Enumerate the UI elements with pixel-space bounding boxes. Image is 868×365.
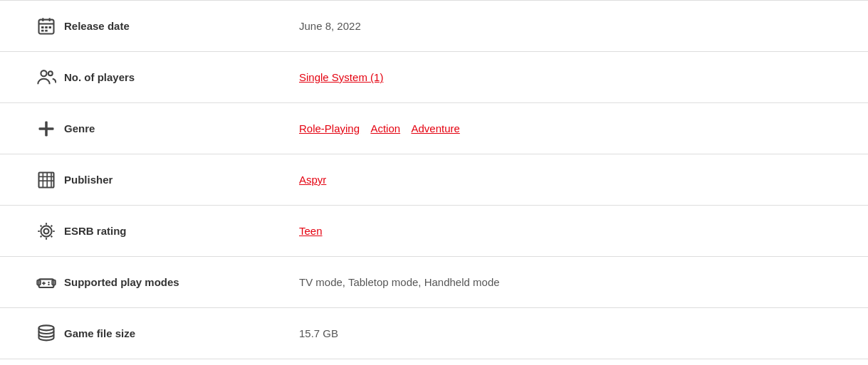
row-num-players: No. of players Single System (1) xyxy=(0,51,868,102)
row-file-size: Game file size 15.7 GB xyxy=(0,307,868,359)
database-icon xyxy=(28,324,64,344)
svg-point-19 xyxy=(44,228,49,233)
esrb-label: ESRB rating xyxy=(64,225,299,237)
svg-rect-8 xyxy=(45,29,48,31)
row-release-date: Release date June 8, 2022 xyxy=(0,0,868,51)
building-icon xyxy=(28,170,64,190)
row-genre: Genre Role-Playing Action Adventure xyxy=(0,102,868,154)
row-publisher: Publisher Aspyr xyxy=(0,154,868,205)
controller-icon xyxy=(28,273,64,292)
info-section: Release date June 8, 2022 No. of players… xyxy=(0,0,868,365)
genre-action-link[interactable]: Action xyxy=(370,122,400,134)
svg-rect-5 xyxy=(45,26,48,28)
svg-rect-7 xyxy=(41,29,44,31)
svg-point-27 xyxy=(48,283,49,285)
svg-point-10 xyxy=(48,71,53,75)
single-system-link[interactable]: Single System (1) xyxy=(299,71,383,83)
publisher-aspyr-link[interactable]: Aspyr xyxy=(299,174,326,186)
svg-rect-12 xyxy=(39,127,54,130)
svg-point-28 xyxy=(39,325,54,330)
genre-label: Genre xyxy=(64,122,299,134)
players-icon xyxy=(28,68,64,88)
svg-point-9 xyxy=(41,70,46,76)
plus-icon xyxy=(28,119,64,139)
publisher-value: Aspyr xyxy=(299,174,840,186)
release-date-label: Release date xyxy=(64,20,299,32)
file-size-label: Game file size xyxy=(64,327,299,339)
svg-rect-6 xyxy=(49,26,52,28)
num-players-value: Single System (1) xyxy=(299,71,840,83)
row-esrb: ESRB rating Teen xyxy=(0,205,868,256)
calendar-icon xyxy=(28,16,64,36)
row-play-modes: Supported play modes TV mode, Tabletop m… xyxy=(0,256,868,307)
esrb-value: Teen xyxy=(299,225,840,237)
release-date-value: June 8, 2022 xyxy=(299,20,840,32)
file-size-value: 15.7 GB xyxy=(299,327,840,339)
row-languages: Supported languages French, German, Ital… xyxy=(0,359,868,365)
num-players-label: No. of players xyxy=(64,71,299,83)
esrb-teen-link[interactable]: Teen xyxy=(299,225,323,237)
genre-roleplaying-link[interactable]: Role-Playing xyxy=(299,122,360,134)
gear-icon xyxy=(28,221,64,241)
svg-rect-4 xyxy=(41,26,44,28)
genre-adventure-link[interactable]: Adventure xyxy=(411,122,459,134)
play-modes-value: TV mode, Tabletop mode, Handheld mode xyxy=(299,276,840,288)
genre-value: Role-Playing Action Adventure xyxy=(299,122,840,134)
publisher-label: Publisher xyxy=(64,174,299,186)
play-modes-label: Supported play modes xyxy=(64,276,299,288)
svg-point-26 xyxy=(48,281,49,282)
svg-point-20 xyxy=(41,226,51,236)
